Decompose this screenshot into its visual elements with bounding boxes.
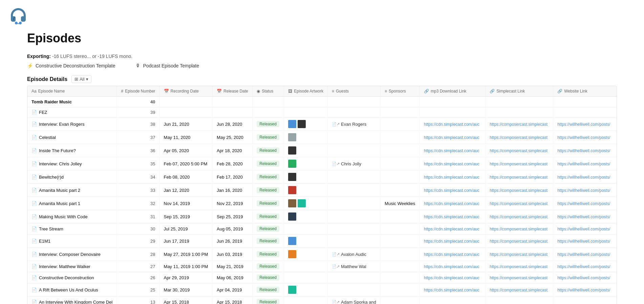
th-episode-name[interactable]: Aa Episode Name — [27, 86, 117, 97]
episode-number-cell: 26 — [117, 272, 159, 283]
table-row[interactable]: Tomb Raider Music 40 — [27, 97, 617, 107]
status-cell: Released — [253, 118, 284, 131]
episode-name-text: Interview: Composer Denovaire — [39, 252, 101, 257]
recording-date-cell: Mar 30, 2019 — [159, 283, 213, 297]
simplecast-link: https://composercast.simplecast — [490, 276, 548, 280]
th-episode-number[interactable]: # Episode Number — [117, 86, 159, 97]
status-badge: Released — [257, 238, 279, 244]
episode-name-cell: 📄Amanita Music part 1 — [27, 197, 117, 210]
website-cell: https://willhelliwell.com/posts/ — [553, 118, 617, 131]
template-icon-2: 🎙 — [136, 63, 141, 68]
website-link: https://willhelliwell.com/posts/ — [557, 201, 610, 206]
mp3-link: https://cdn.simplecast.com/auc — [424, 276, 479, 280]
guests-cell — [328, 210, 381, 223]
status-cell: Released — [253, 157, 284, 170]
sponsors-cell — [381, 261, 420, 272]
table-row[interactable]: 📄Constructive Deconstruction 26 Apr 29, … — [27, 272, 617, 283]
website-cell — [553, 107, 617, 118]
simplecast-cell — [486, 97, 553, 107]
recording-date-cell — [159, 97, 213, 107]
table-row[interactable]: 📄A Rift Between Us And Oculus 25 Mar 30,… — [27, 283, 617, 297]
status-cell: Released — [253, 261, 284, 272]
table-row[interactable]: 📄Bewitche(r)d 34 Feb 08, 2020 Feb 17, 20… — [27, 170, 617, 184]
status-badge: Released — [257, 226, 279, 232]
table-row[interactable]: 📄An Interview With Kingdom Come Del 13 A… — [27, 297, 617, 304]
guests-cell — [328, 170, 381, 184]
template-link-1[interactable]: ⚡ Constructive Deconstruction Template — [27, 63, 115, 68]
website-cell: https://willhelliwell.com/posts/ — [553, 272, 617, 283]
table-row[interactable]: 📄E1M1 29 Jun 17, 2019 Jun 26, 2019 Relea… — [27, 235, 617, 248]
status-cell: Released — [253, 223, 284, 235]
sponsors-cell — [381, 170, 420, 184]
hash-icon: # — [121, 89, 123, 94]
release-date-cell: Aug 05, 2019 — [213, 223, 253, 235]
artwork-cell — [284, 170, 328, 184]
mp3-link: https://cdn.simplecast.com/auc — [424, 215, 479, 219]
app-logo — [8, 5, 28, 26]
doc-icon: 📄 — [31, 161, 37, 166]
sponsors-cell — [381, 248, 420, 261]
episode-name-cell: 📄Bewitche(r)d — [27, 170, 117, 184]
status-badge: Released — [257, 147, 279, 154]
th-sponsors[interactable]: ≡ Sponsors — [381, 86, 420, 97]
mp3-cell — [420, 107, 485, 118]
th-artwork[interactable]: 🖼 Episode Artwork — [284, 86, 328, 97]
episode-name-text: A Rift Between Us And Oculus — [39, 287, 98, 292]
sponsors-cell — [381, 118, 420, 131]
table-row[interactable]: 📄Making Music With Code 31 Sep 15, 2019 … — [27, 210, 617, 223]
th-mp3[interactable]: 🔗 mp3 Download Link — [420, 86, 485, 97]
artwork-thumb — [288, 237, 296, 245]
release-date-cell: Jan 16, 2020 — [213, 184, 253, 197]
guests-cell — [328, 235, 381, 248]
guest-name: Chris Jolly — [341, 161, 361, 166]
simplecast-link: https://composercast.simplecast — [490, 227, 548, 231]
website-link: https://willhelliwell.com/posts/ — [557, 227, 610, 231]
table-row[interactable]: 📄Tree Stream 30 Jul 25, 2019 Aug 05, 201… — [27, 223, 617, 235]
th-release-date[interactable]: 📅 Release Date — [213, 86, 253, 97]
mp3-cell: https://cdn.simplecast.com/auc — [420, 184, 485, 197]
artwork-cell — [284, 248, 328, 261]
guests-cell — [328, 97, 381, 107]
status-cell — [253, 107, 284, 118]
th-simplecast[interactable]: 🔗 Simplecast Link — [486, 86, 553, 97]
table-row[interactable]: 📄Interview: Chris Jolley 35 Feb 07, 2020… — [27, 157, 617, 170]
view-selector[interactable]: ⊞ All ▾ — [71, 75, 91, 83]
table-row[interactable]: 📄Interview: Matthew Walker 27 May 11, 20… — [27, 261, 617, 272]
simplecast-cell: https://composercast.simplecast — [486, 118, 553, 131]
simplecast-cell: https://composercast.simplecast — [486, 157, 553, 170]
template-label-2: Podcast Episode Template — [143, 63, 199, 68]
website-cell: https://willhelliwell.com/posts/ — [553, 261, 617, 272]
table-row[interactable]: 📄FEZ 39 — [27, 107, 617, 118]
table-row[interactable]: 📄Interview: Composer Denovaire 28 May 27… — [27, 248, 617, 261]
doc-icon: 📄 — [31, 275, 37, 280]
recording-date-cell: Jun 17, 2019 — [159, 235, 213, 248]
table-row[interactable]: 📄Interview: Evan Rogers 38 Jun 21, 2020 … — [27, 118, 617, 131]
page-content: Episodes Exporting: -16 LUFS stereo... o… — [0, 31, 644, 304]
artwork-cell — [284, 283, 328, 297]
status-cell: Released — [253, 210, 284, 223]
guest-name: Matthew Wal — [341, 264, 366, 269]
doc-icon: 📄 — [31, 135, 37, 140]
table-row[interactable]: 📄Celestial 37 May 11, 2020 May 25, 2020 … — [27, 131, 617, 144]
th-recording-date[interactable]: 📅 Recording Date — [159, 86, 213, 97]
recording-date-cell: Jun 21, 2020 — [159, 118, 213, 131]
th-guests[interactable]: ≡ Guests — [328, 86, 381, 97]
artwork-thumb — [288, 120, 296, 128]
artwork-cell — [284, 144, 328, 157]
guests-cell: 📄↗Avalon Audic — [328, 248, 381, 261]
simplecast-cell — [486, 297, 553, 304]
th-website[interactable]: 🔗 Website Link — [553, 86, 617, 97]
release-date-cell: Feb 28, 2020 — [213, 157, 253, 170]
mp3-cell: https://cdn.simplecast.com/auc — [420, 210, 485, 223]
th-status[interactable]: ◉ Status — [253, 86, 284, 97]
simplecast-link: https://composercast.simplecast — [490, 135, 548, 140]
guest-icon: 📄↗ — [332, 264, 340, 269]
calendar-icon-rec: 📅 — [164, 89, 169, 94]
mp3-link: https://cdn.simplecast.com/auc — [424, 227, 479, 231]
template-link-2[interactable]: 🎙 Podcast Episode Template — [136, 63, 199, 68]
table-row[interactable]: 📄Inside The Future? 36 Apr 05, 2020 Apr … — [27, 144, 617, 157]
table-row[interactable]: 📄Amanita Music part 2 33 Jan 12, 2020 Ja… — [27, 184, 617, 197]
table-row[interactable]: 📄Amanita Music part 1 32 Nov 14, 2019 No… — [27, 197, 617, 210]
episode-name-cell: 📄Celestial — [27, 131, 117, 144]
guests-cell: 📄↗Matthew Wal — [328, 261, 381, 272]
